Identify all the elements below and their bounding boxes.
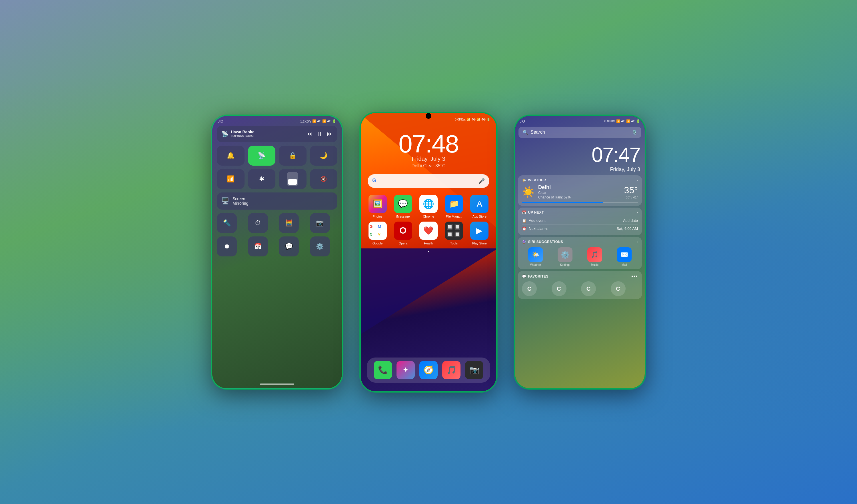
app-google[interactable]: GM DY Google [367,222,388,245]
weather-widget-header: 🌤️ WEATHER › [522,178,638,182]
weather-progress-bar [522,202,638,203]
up-next-widget[interactable]: 📅 UP NEXT › 📋 Add event Add date ⏰ Next … [518,208,642,235]
app-playstore[interactable]: ▶ Play Store [469,222,490,245]
settings-icon: ⚙️ [316,243,324,250]
music-app-icon: 🎵 [442,361,460,379]
weather-widget[interactable]: 🌤️ WEATHER › ☀️ Delhi Clear Chance of Ra… [518,175,642,206]
music-controls[interactable]: ⏮ ⏸ ⏭ [306,131,333,137]
calendar-icon: 📅 [254,243,262,250]
next-button[interactable]: ⏭ [327,131,333,137]
calculator-icon: 🧮 [285,219,293,227]
messages-btn[interactable]: 💬 [279,237,299,257]
favorites-widget[interactable]: 💬 FAVORITES ••• C C C C [518,271,642,299]
flashlight-btn[interactable]: 🔦 [217,213,237,233]
calendar-btn[interactable]: 📅 [248,237,268,257]
play-pause-button[interactable]: ⏸ [317,131,322,137]
rotation-icon: 🔒 [289,152,297,159]
app-files[interactable]: 📁 File Mana... [443,195,465,218]
camera-btn[interactable]: 📷 [310,213,330,233]
screen-mirroring-btn[interactable]: 🖥️ Screen Mirroring [217,192,337,210]
google-g-logo: G [372,178,379,185]
phone1-control-center: JIO 1.2KB/s 📶 4G 📶 4G 🔋 📡 Hawa Banke Dar… [212,115,343,389]
mic-icon[interactable]: 🎤 [478,178,485,184]
mute-icon: 🔇 [320,176,327,182]
fav-contact-4[interactable]: C [611,281,626,296]
app-chrome[interactable]: 🌐 Chrome [417,195,439,218]
weather-chevron: › [637,178,638,182]
next-alarm-label: Next alarm: [529,226,548,231]
fav-contact-2[interactable]: C [552,281,567,296]
mute-btn[interactable]: 🔇 [310,169,338,189]
phone2-clock: 07:48 [361,129,496,158]
phone3-clock: 07:47 [520,143,640,167]
timer-icon: ⏱ [255,219,261,227]
prev-button[interactable]: ⏮ [306,131,312,137]
siri-weather-app[interactable]: 🌤️ Weather [522,247,549,266]
dock-nav[interactable]: ✦ [397,361,415,379]
weather-temp: 35° [624,185,638,196]
timer-btn[interactable]: ⏱ [248,213,268,233]
app-opera[interactable]: O Opera [392,222,414,245]
calculator-btn[interactable]: 🧮 [279,213,299,233]
sun-icon: ☀️ [522,186,535,198]
favorites-contacts: C C C C [522,281,638,296]
siri-settings-app[interactable]: ⚙️ Settings [552,247,579,266]
app-tools[interactable]: 🔲🔲🔲🔲 Tools [443,222,465,245]
home-indicator [260,383,294,385]
app-health[interactable]: ❤️ Health [417,222,439,245]
phone3-screen: JIO 0.0KB/s 📶 4G 📶 4G 🔋 🔍 Search 🎙️ 07:4… [515,116,645,388]
add-event-label: Add event [529,219,545,223]
search-icon: 🔍 [522,129,528,135]
phone1-screen: JIO 1.2KB/s 📶 4G 📶 4G 🔋 📡 Hawa Banke Dar… [212,116,342,388]
fav-contact-3[interactable]: C [581,281,596,296]
mail-siri-label: Mail [622,263,627,266]
add-event-row[interactable]: 📋 Add event Add date [522,217,638,225]
dock-phone[interactable]: 📞 [374,361,392,379]
app-photos[interactable]: 🖼️ Photos [367,195,388,218]
search-input-area[interactable] [382,181,476,181]
siri-mail-app[interactable]: ✉️ Mail [611,247,638,266]
geo-shape2 [361,248,496,334]
safari-icon: 🧭 [419,361,438,379]
record-btn[interactable]: ⏺ [217,237,237,257]
mic-icon[interactable]: 🎙️ [632,129,637,135]
dock-camera[interactable]: 📷 [465,361,483,379]
contact-initial-2: C [557,285,561,292]
screen-mirror-icon: 🖥️ [221,197,229,205]
settings-btn[interactable]: ⚙️ [310,237,330,257]
notification-btn[interactable]: 🔔 [217,146,245,166]
bluetooth-btn[interactable]: ✱ [248,169,276,189]
search-text[interactable]: Search [531,129,629,135]
phone3-search-bar[interactable]: 🔍 Search 🎙️ [519,127,641,138]
moon-btn[interactable]: 🌙 [310,146,338,166]
brightness-slider[interactable] [287,172,298,186]
carrier-label: JIO [218,119,223,123]
contact-initial-4: C [616,285,620,292]
music-card[interactable]: 📡 Hawa Banke Darshan Raval ⏮ ⏸ ⏭ [217,126,337,142]
camera-app-icon: 📷 [465,361,483,379]
nav-icon: ✦ [397,361,415,379]
wifi-btn[interactable]: 📶 [217,169,245,189]
dock-safari[interactable]: 🧭 [419,361,438,379]
siri-header: 🔮 SIRI SUGGESTIONS › [522,240,638,244]
rotation-lock-btn[interactable]: 🔒 [279,146,306,166]
status-right: 1.2KB/s 📶 4G 📶 4G 🔋 [300,119,336,123]
app-imessage[interactable]: 💬 iMessage [392,195,414,218]
siri-chevron: › [637,240,638,244]
add-date-label: Add date [623,219,638,223]
fav-contact-1[interactable]: C [522,281,537,296]
calendar-widget-icon: 📅 [522,210,526,214]
google-search-bar[interactable]: G 🎤 [368,174,489,188]
siri-music-app[interactable]: 🎵 Music [581,247,608,266]
app-appstore[interactable]: A App Store [469,195,490,218]
favorites-menu-dots[interactable]: ••• [631,274,638,279]
appstore-label: App Store [472,215,487,218]
wifi-hotspot-btn[interactable]: 📡 [248,146,276,166]
dock-music[interactable]: 🎵 [442,361,460,379]
chrome-icon: 🌐 [419,195,438,213]
phone-app-icon: 📞 [374,361,392,379]
phone2-date: Friday, July 3 [361,156,496,162]
phone2-weather: Delhi Clear 35°C [361,163,496,169]
whatsapp-icon: 💬 [522,274,526,278]
apps-row2: GM DY Google O Opera ❤️ Health 🔲🔲🔲🔲 Tool… [361,218,496,245]
